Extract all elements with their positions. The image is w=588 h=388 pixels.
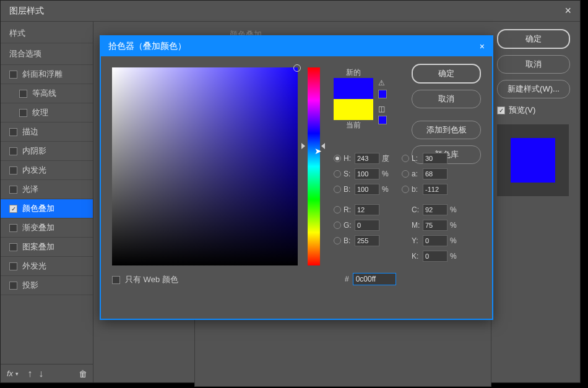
checkbox-icon[interactable] xyxy=(9,128,17,136)
chevron-down-icon[interactable]: ▾ xyxy=(15,371,19,377)
k-field[interactable] xyxy=(423,251,447,262)
checkbox-icon[interactable] xyxy=(9,147,17,155)
picker-title: 拾色器（叠加颜色） xyxy=(108,41,186,52)
sidebar-item-color-overlay[interactable]: ✓颜色叠加 xyxy=(1,199,93,218)
picker-cancel-button[interactable]: 取消 xyxy=(412,90,481,108)
picker-ok-button[interactable]: 确定 xyxy=(412,64,481,84)
sidebar-item-satin[interactable]: 光泽 xyxy=(1,180,93,199)
styles-sidebar: 样式 混合选项 斜面和浮雕 等高线 纹理 描边 内阴影 内发光 光泽 ✓颜色叠加… xyxy=(1,22,93,382)
bottom-toolbar: fx ▾ ↑ ↓ 🗑 xyxy=(1,364,93,382)
arrow-down-icon[interactable]: ↓ xyxy=(38,368,43,379)
radio-a[interactable] xyxy=(402,170,409,178)
current-color-swatch[interactable] xyxy=(334,99,373,120)
dialog-title: 图层样式 xyxy=(9,6,44,17)
websafe-swatch[interactable] xyxy=(378,116,387,124)
checkbox-icon[interactable]: ✓ xyxy=(497,106,505,114)
close-icon[interactable]: × xyxy=(564,4,571,17)
gamut-warning-icon[interactable]: ⚠ xyxy=(378,79,387,87)
sidebar-item-inner-glow[interactable]: 内发光 xyxy=(1,161,93,180)
sidebar-item-pattern-overlay[interactable]: 图案叠加 xyxy=(1,238,93,257)
sidebar-item-drop-shadow[interactable]: 投影 xyxy=(1,276,93,295)
bv-field[interactable] xyxy=(355,184,379,195)
checkbox-icon[interactable] xyxy=(19,90,27,98)
radio-l[interactable] xyxy=(402,155,409,162)
title-bar: 图层样式 × xyxy=(1,1,580,22)
hex-field[interactable] xyxy=(353,273,396,285)
y-field[interactable] xyxy=(423,235,447,246)
gamut-swatch[interactable] xyxy=(378,90,387,98)
picker-title-bar: 拾色器（叠加颜色） × xyxy=(101,37,492,56)
sidebar-item-bevel[interactable]: 斜面和浮雕 xyxy=(1,65,93,84)
picker-body: ➤ 新的 当前 ⚠ ◫ 确定 取消 添加到色板 颜色库 H:度L: xyxy=(101,56,492,319)
checkbox-icon[interactable] xyxy=(9,166,17,175)
h-field[interactable] xyxy=(355,153,379,164)
radio-lab-b[interactable] xyxy=(402,186,409,193)
cube-icon[interactable]: ◫ xyxy=(378,105,387,113)
arrow-up-icon[interactable]: ↑ xyxy=(27,368,32,379)
web-only-row[interactable]: 只有 Web 颜色 xyxy=(112,274,178,285)
preview-color xyxy=(511,138,555,183)
radio-r[interactable] xyxy=(334,206,341,213)
add-swatch-button[interactable]: 添加到色板 xyxy=(412,121,481,139)
g-field[interactable] xyxy=(355,220,379,231)
new-style-button[interactable]: 新建样式(W)... xyxy=(497,80,570,98)
sidebar-item-inner-shadow[interactable]: 内阴影 xyxy=(1,142,93,161)
checkbox-icon[interactable] xyxy=(9,186,17,194)
checkbox-icon[interactable] xyxy=(9,282,17,290)
cursor-icon: ➤ xyxy=(314,146,322,156)
hue-slider[interactable] xyxy=(308,67,320,265)
new-color-swatch[interactable] xyxy=(334,78,373,99)
color-picker-dialog: 拾色器（叠加颜色） × ➤ 新的 当前 ⚠ ◫ xyxy=(100,35,493,320)
color-compare: 新的 当前 xyxy=(334,67,373,131)
sv-cursor-icon xyxy=(293,64,301,72)
current-label: 当前 xyxy=(334,120,373,131)
fx-icon[interactable]: fx xyxy=(7,369,13,378)
labb-field[interactable] xyxy=(423,184,447,195)
rgbb-field[interactable] xyxy=(355,235,379,246)
checkbox-icon[interactable]: ✓ xyxy=(9,205,17,213)
radio-g[interactable] xyxy=(334,222,341,229)
sidebar-header: 样式 xyxy=(1,22,93,43)
layer-style-dialog: 图层样式 × 样式 混合选项 斜面和浮雕 等高线 纹理 描边 内阴影 内发光 光… xyxy=(0,0,581,383)
c-field[interactable] xyxy=(423,204,447,215)
sidebar-item-gradient-overlay[interactable]: 渐变叠加 xyxy=(1,218,93,238)
right-buttons: 确定 取消 新建样式(W)... ✓ 预览(V) xyxy=(497,29,570,196)
radio-rgb-b[interactable] xyxy=(334,237,341,244)
web-only-label: 只有 Web 颜色 xyxy=(125,274,178,285)
sidebar-item-texture[interactable]: 纹理 xyxy=(1,103,93,123)
sidebar-item-outer-glow[interactable]: 外发光 xyxy=(1,257,93,276)
new-label: 新的 xyxy=(334,67,373,78)
checkbox-icon[interactable] xyxy=(9,243,17,251)
checkbox-icon[interactable] xyxy=(9,262,17,270)
checkbox-icon[interactable] xyxy=(9,71,17,79)
checkbox-icon[interactable] xyxy=(19,109,27,117)
cancel-button[interactable]: 取消 xyxy=(497,55,570,74)
sidebar-blend-options[interactable]: 混合选项 xyxy=(1,43,93,65)
s-field[interactable] xyxy=(355,168,379,179)
checkbox-icon[interactable] xyxy=(9,224,17,232)
ok-button[interactable]: 确定 xyxy=(497,29,570,49)
hex-row: # xyxy=(345,273,396,285)
preview-swatch xyxy=(497,124,569,196)
a-field[interactable] xyxy=(423,168,447,179)
warnings: ⚠ ◫ xyxy=(378,79,387,124)
color-values-grid: H:度L: S:%a: B:%b: R:C:% G:M:% B:Y:% K:% xyxy=(334,153,461,266)
l-field[interactable] xyxy=(423,153,447,164)
saturation-value-field[interactable] xyxy=(112,67,298,265)
r-field[interactable] xyxy=(355,204,379,215)
preview-label: 预览(V) xyxy=(509,105,535,116)
radio-s[interactable] xyxy=(334,170,341,178)
hue-arrow-left-icon xyxy=(301,143,305,149)
m-field[interactable] xyxy=(423,220,447,231)
sidebar-item-stroke[interactable]: 描边 xyxy=(1,123,93,142)
preview-row[interactable]: ✓ 预览(V) xyxy=(497,105,570,116)
sidebar-item-contour[interactable]: 等高线 xyxy=(1,84,93,103)
hex-label: # xyxy=(345,275,349,283)
radio-b[interactable] xyxy=(334,186,341,193)
checkbox-icon[interactable] xyxy=(112,276,120,284)
close-icon[interactable]: × xyxy=(480,41,485,51)
trash-icon[interactable]: 🗑 xyxy=(79,369,87,379)
radio-h[interactable] xyxy=(334,155,341,162)
